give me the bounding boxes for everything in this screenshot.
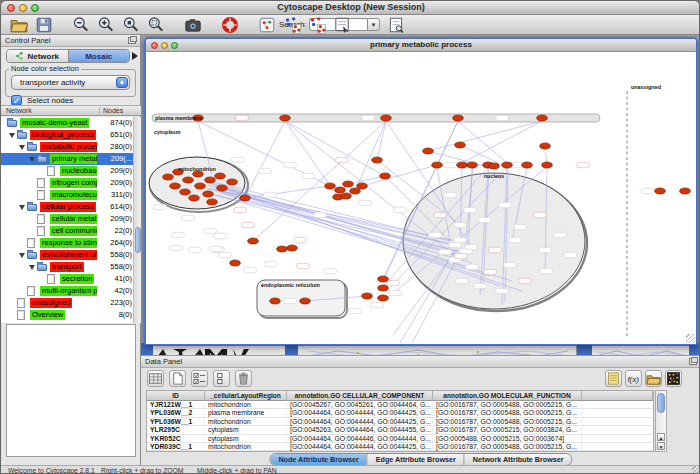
column-header-ID[interactable]: ID (147, 391, 205, 401)
frame-title-bar[interactable]: primary metabolic process (146, 39, 696, 52)
graph-node[interactable] (502, 162, 513, 168)
expander-icon[interactable] (29, 157, 35, 162)
graph-node[interactable] (455, 142, 466, 148)
tab-edge-attribute-browser[interactable]: Edge Attribute Browser (368, 454, 465, 465)
tree-row-biological-process[interactable]: biological_process651(0) (1, 129, 141, 141)
table-row[interactable]: YDR039C__1mitochondrion[GO:0044464, GO:0… (147, 443, 653, 451)
tree-scrollbar[interactable] (133, 117, 141, 323)
grid-icon[interactable] (147, 370, 164, 387)
graph-edge[interactable] (348, 176, 385, 184)
snapshot-icon[interactable] (184, 16, 202, 34)
export-graphics-icon[interactable] (333, 16, 351, 34)
table-row[interactable]: YPL036W__2plasma membrane[GO:0044464, GO… (147, 409, 653, 417)
graph-node[interactable] (378, 285, 389, 291)
tree-row-cellular-process[interactable]: cellular process614(0) (1, 201, 141, 213)
graph-edge[interactable] (428, 121, 542, 151)
graph-node[interactable] (189, 195, 200, 201)
graph-node[interactable] (325, 183, 336, 189)
import-icon[interactable] (645, 370, 662, 387)
layout-spring-icon[interactable] (283, 16, 301, 34)
graph-node[interactable] (203, 191, 214, 197)
graph-node[interactable] (537, 115, 548, 121)
graph-node[interactable] (680, 188, 691, 194)
open-icon[interactable] (10, 16, 28, 34)
expander-icon[interactable] (19, 253, 25, 258)
minimized-window-fragment[interactable] (592, 345, 689, 355)
scroll-up-icon[interactable]: ▲ (657, 433, 665, 441)
graph-node[interactable] (467, 162, 478, 168)
minimized-window-fragment[interactable] (153, 345, 263, 355)
tree-row-multi-organism-pro[interactable]: multi-organism pro42(0) (1, 285, 141, 297)
graph-node[interactable] (372, 157, 383, 163)
tree-row-cell-communicat[interactable]: cell communicat22(0) (1, 225, 141, 237)
zoom-out-icon[interactable] (72, 16, 90, 34)
table-scrollbar-thumb[interactable] (657, 393, 665, 413)
deselect-attributes-icon[interactable] (213, 370, 230, 387)
graph-node[interactable] (522, 162, 533, 168)
graph-node[interactable] (195, 183, 206, 189)
graph-node[interactable] (300, 298, 311, 304)
tree-col-network[interactable]: Network (6, 107, 32, 114)
float-panel-icon[interactable] (689, 358, 697, 365)
graph-node[interactable] (457, 162, 468, 168)
graph-node[interactable] (423, 148, 434, 154)
tree-row-nitrogen-compo[interactable]: nitrogen compo209(0) (1, 177, 141, 189)
new-attribute-icon[interactable] (169, 370, 186, 387)
graph-node[interactable] (205, 177, 216, 183)
tab-node-attribute-browser[interactable]: Node Attribute Browser (270, 454, 367, 465)
tree-row-response-to-stimul[interactable]: response to stimul264(0) (1, 237, 141, 249)
table-scrollbar[interactable]: ▲ ▼ (655, 390, 667, 452)
graph-node[interactable] (542, 162, 553, 168)
table-row[interactable]: YPL036W__1mitochondrion[GO:0044464, GO:0… (147, 418, 653, 426)
tree-row-overview[interactable]: Overview8(0) (1, 309, 141, 321)
graph-node[interactable] (540, 143, 551, 149)
graph-node[interactable] (183, 177, 194, 183)
notes-icon[interactable] (605, 370, 622, 387)
tab-network-attribute-browser[interactable]: Network Attribute Browser (465, 454, 572, 465)
tree-row-metabolic-process[interactable]: metabolic process280(0) (1, 141, 141, 153)
graph-node[interactable] (378, 276, 389, 282)
tree-col-nodes[interactable]: Nodes (99, 107, 123, 114)
graph-node[interactable] (215, 173, 226, 179)
layout-force-icon[interactable] (308, 16, 326, 34)
tree-row-nucleobase-[interactable]: nucleobase-209(0) (1, 165, 141, 177)
tab-mosaic[interactable]: Mosaic (69, 50, 130, 62)
tree-row-macromolecule[interactable]: macromolecule311(0) (1, 189, 141, 201)
save-icon[interactable] (35, 16, 53, 34)
graph-node[interactable] (217, 185, 228, 191)
graph-edge[interactable] (462, 121, 542, 163)
column-header-annotation.GO CELLULAR_COMPONENT[interactable]: annotation.GO CELLULAR_COMPONENT (287, 391, 433, 401)
formula-icon[interactable]: f(x) (625, 370, 642, 387)
expander-icon[interactable] (19, 205, 25, 210)
help-icon[interactable] (221, 16, 239, 34)
graph-edge[interactable] (362, 165, 437, 186)
graph-node[interactable] (170, 183, 181, 189)
graph-node[interactable] (357, 183, 368, 189)
zoom-selected-icon[interactable] (122, 16, 140, 34)
graph-node[interactable] (240, 195, 251, 201)
graph-node[interactable] (432, 162, 443, 168)
graph-node[interactable] (230, 260, 241, 266)
table-row[interactable]: YJR121W__1mitochondrion[GO:0045267, GO:0… (147, 401, 653, 409)
graph-node[interactable] (180, 189, 191, 195)
graph-node[interactable] (380, 173, 391, 179)
graph-edge[interactable] (377, 121, 386, 160)
graph-node[interactable] (381, 115, 392, 121)
graph-edge[interactable] (458, 121, 507, 163)
graph-node[interactable] (280, 115, 291, 121)
frame-resize-grip[interactable] (686, 334, 695, 343)
float-panel-icon[interactable] (128, 37, 136, 44)
graph-node[interactable] (341, 193, 352, 199)
column-header-annotation.GO MOLECULAR_FUNCTION[interactable]: annotation.GO MOLECULAR_FUNCTION (433, 391, 582, 401)
graph-node[interactable] (277, 246, 288, 252)
expander-icon[interactable] (9, 133, 15, 138)
graph-node[interactable] (343, 181, 354, 187)
zoom-fit-icon[interactable] (147, 16, 165, 34)
window-resize-grip[interactable] (692, 466, 700, 474)
tree-row-secretion[interactable]: secretion41(0) (1, 273, 141, 285)
minimized-window-fragment[interactable] (298, 345, 576, 355)
tree-row-establishment-of-lo[interactable]: establishment of lo558(0) (1, 249, 141, 261)
column-header-filler[interactable] (582, 391, 653, 401)
node-color-select[interactable]: transporter activity (11, 75, 130, 90)
tab-network[interactable]: Network (7, 50, 69, 62)
